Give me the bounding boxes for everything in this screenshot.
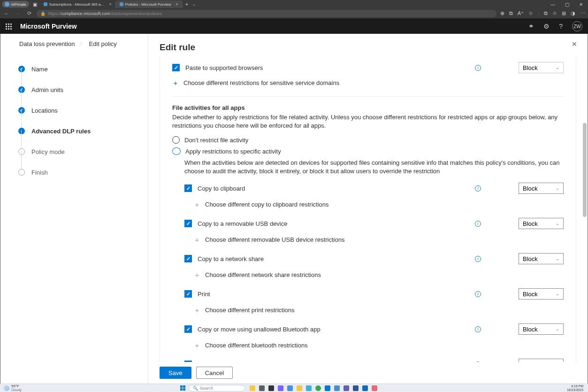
wizard-step-policy-mode[interactable]: Policy mode [18, 141, 148, 162]
wizard-step-admin-units[interactable]: Admin units [18, 79, 148, 100]
tab-favicon-icon [44, 2, 47, 6]
nav-back-button[interactable]: ← [3, 11, 10, 16]
taskbar-app-icon[interactable] [278, 385, 283, 391]
taskbar-app-icon[interactable] [259, 385, 265, 391]
nav-refresh-button[interactable]: ⟳ [25, 10, 33, 16]
scrollbar-thumb[interactable] [583, 123, 587, 217]
settings-icon[interactable]: ⚙ [543, 23, 550, 30]
checkbox[interactable] [184, 290, 192, 298]
action-select[interactable]: Block⌄ [519, 253, 564, 264]
lock-icon[interactable]: 🔒 [40, 11, 46, 16]
window-close-button[interactable]: ✕ [574, 2, 588, 7]
checkbox[interactable] [184, 255, 192, 262]
tab-title: Policies - Microsoft Purview [125, 2, 171, 7]
add-usb-restrictions[interactable]: + Choose different removable USB device … [194, 233, 564, 246]
tabs-bar: Subscriptions - Microsoft 365 a… × Polic… [40, 0, 546, 8]
breadcrumb-root[interactable]: Data loss prevention [19, 40, 75, 47]
taskbar-app-icon[interactable] [334, 385, 340, 391]
action-select[interactable]: Block⌄ [519, 359, 564, 362]
taskbar-app-icon[interactable] [372, 385, 377, 391]
checkbox[interactable] [184, 325, 192, 333]
taskbar-app-icon[interactable] [315, 385, 321, 391]
checkbox-paste-browsers[interactable] [172, 64, 180, 71]
taskbar-app-icon[interactable] [344, 385, 349, 391]
activity-paste-browsers: Paste to supported browsers i Block ⌄ [172, 59, 564, 76]
add-print-restrictions[interactable]: + Choose different print restrictions [194, 303, 564, 317]
save-button[interactable]: Save [160, 367, 191, 379]
taskbar-app-icon[interactable] [297, 385, 302, 391]
breadcrumb-leaf[interactable]: Edit policy [89, 40, 117, 47]
more-icon[interactable]: ⋯ [580, 10, 585, 16]
info-icon[interactable]: i [475, 185, 481, 192]
taskbar-clock[interactable]: 4:10 PM 10/23/2023 [562, 384, 588, 392]
info-icon[interactable]: i [475, 291, 481, 297]
taskbar-app-icon[interactable] [268, 385, 274, 391]
panel-close-button[interactable]: ✕ [572, 40, 577, 48]
window-minimize-button[interactable]: — [546, 2, 560, 7]
app-launcher-icon[interactable] [6, 23, 12, 30]
tab-sidebar-icon[interactable]: ▣ [33, 2, 37, 7]
flow-icon[interactable]: ⚭ [528, 23, 534, 30]
purview-header: Microsoft Purview ⚭ ⚙ ? ZW [0, 19, 588, 34]
radio-icon [172, 147, 181, 155]
action-select-paste-browsers[interactable]: Block ⌄ [519, 62, 564, 73]
extensions-icon[interactable]: ⧉ [544, 10, 548, 16]
taskbar-app-icon[interactable] [362, 385, 368, 391]
window-maximize-button[interactable]: ▢ [560, 2, 574, 7]
taskbar-app-icon[interactable] [353, 385, 359, 391]
read-aloud-icon[interactable]: ⧉ [509, 10, 513, 16]
radio-apply-restrictions[interactable]: Apply restrictions to specific activity [172, 146, 564, 157]
info-icon[interactable]: i [475, 221, 481, 227]
panel-scroll[interactable]: Paste to supported browsers i Block ⌄ + … [148, 56, 588, 362]
tab-close-icon[interactable]: × [176, 2, 178, 7]
taskbar-app-icon[interactable] [287, 385, 293, 391]
tab-overflow-icon[interactable]: ⌄ [191, 2, 197, 7]
taskbar-weather[interactable]: 55°F Cloudy [0, 384, 25, 392]
tab-subscriptions[interactable]: Subscriptions - Microsoft 365 a… × [40, 0, 116, 8]
user-avatar[interactable]: ZW [572, 21, 582, 31]
address-bar[interactable]: 🔒 https://compliance.microsoft.com/datal… [37, 10, 496, 17]
add-clipboard-restrictions[interactable]: + Choose different copy to clipboard res… [194, 198, 564, 211]
add-network-restrictions[interactable]: + Choose different network share restric… [194, 268, 564, 282]
wizard-step-locations[interactable]: Locations [18, 100, 148, 121]
taskbar-app-icon[interactable] [306, 385, 312, 391]
action-select[interactable]: Block⌄ [519, 183, 564, 194]
radio-dont-restrict[interactable]: Don't restrict file activity [172, 134, 564, 146]
checkbox[interactable] [184, 220, 192, 227]
help-icon[interactable]: ? [559, 23, 563, 30]
checkbox[interactable] [184, 184, 192, 192]
collections-icon[interactable]: ⊞ [562, 10, 566, 16]
wizard-step-advanced-dlp-rules[interactable]: Advanced DLP rules [18, 121, 148, 141]
new-tab-button[interactable]: + [183, 1, 191, 7]
info-icon[interactable]: i [475, 65, 481, 71]
action-select[interactable]: Block⌄ [519, 288, 564, 300]
taskbar-app-icon[interactable] [325, 385, 330, 391]
inprivate-avatar-icon [5, 2, 9, 7]
wizard-step-name[interactable]: Name [18, 59, 148, 79]
info-icon[interactable]: i [475, 326, 481, 332]
profile-icon[interactable]: ◑ [571, 10, 575, 16]
wizard-step-finish[interactable]: Finish [18, 162, 148, 183]
tab-policies[interactable]: Policies - Microsoft Purview × [116, 0, 183, 8]
chevron-down-icon: ⌄ [556, 292, 559, 296]
windows-taskbar: 55°F Cloudy 🔍 Search 4:10 PM 10/23/2023 [0, 384, 588, 392]
favorite-icon[interactable]: ☆ [528, 10, 533, 16]
favorites-bar-icon[interactable]: ☆ [552, 10, 557, 16]
taskbar-search[interactable]: 🔍 Search [189, 385, 245, 392]
action-select[interactable]: Block⌄ [519, 218, 564, 229]
add-service-domain-restrictions[interactable]: + Choose different restrictions for sens… [172, 76, 564, 90]
nav-forward-button: → [14, 11, 22, 16]
tab-close-icon[interactable]: × [109, 2, 111, 7]
info-icon[interactable]: i [475, 256, 481, 262]
browser-toolbar: ← → ⟳ 🔒 https://compliance.microsoft.com… [0, 8, 588, 19]
action-select[interactable]: Block⌄ [519, 323, 564, 335]
right-panel: ✕ Edit rule Paste to supported browsers … [148, 34, 588, 384]
taskbar-app-icon[interactable] [250, 385, 255, 391]
text-size-icon[interactable]: A⁺ [518, 10, 524, 16]
cancel-button[interactable]: Cancel [196, 367, 233, 379]
plus-icon: + [194, 271, 200, 279]
start-button[interactable] [180, 385, 186, 391]
panel-footer: Save Cancel [148, 362, 588, 384]
zoom-icon[interactable]: ⊕ [500, 10, 504, 16]
add-bluetooth-restrictions[interactable]: + Choose different bluetooth restriction… [194, 338, 564, 352]
